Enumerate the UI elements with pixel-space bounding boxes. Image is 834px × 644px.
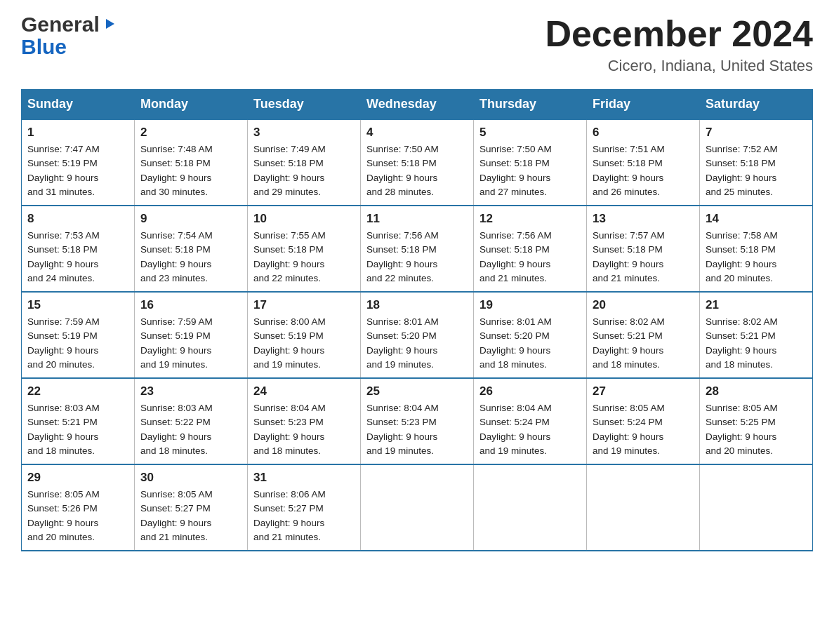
header-cell-tuesday: Tuesday xyxy=(248,90,361,120)
week-row-5: 29Sunrise: 8:05 AMSunset: 5:26 PMDayligh… xyxy=(22,464,813,551)
day-info: Sunrise: 8:00 AMSunset: 5:19 PMDaylight:… xyxy=(253,315,355,372)
day-info: Sunrise: 7:53 AMSunset: 5:18 PMDaylight:… xyxy=(27,229,128,286)
day-cell: 23Sunrise: 8:03 AMSunset: 5:22 PMDayligh… xyxy=(135,378,248,464)
day-number: 12 xyxy=(479,212,581,226)
day-number: 21 xyxy=(706,298,807,312)
header-cell-wednesday: Wednesday xyxy=(361,90,474,120)
day-cell: 9Sunrise: 7:54 AMSunset: 5:18 PMDaylight… xyxy=(135,206,248,292)
day-info: Sunrise: 7:52 AMSunset: 5:18 PMDaylight:… xyxy=(706,142,807,199)
day-number: 14 xyxy=(706,212,807,226)
day-info: Sunrise: 8:03 AMSunset: 5:21 PMDaylight:… xyxy=(27,401,128,458)
day-number: 7 xyxy=(706,126,807,140)
day-number: 26 xyxy=(479,384,581,398)
day-cell xyxy=(361,464,474,551)
logo: General Blue xyxy=(21,14,117,59)
logo-arrow-icon xyxy=(102,16,117,34)
day-number: 29 xyxy=(27,471,128,485)
day-cell: 30Sunrise: 8:05 AMSunset: 5:27 PMDayligh… xyxy=(135,464,248,551)
day-cell: 11Sunrise: 7:56 AMSunset: 5:18 PMDayligh… xyxy=(361,206,474,292)
day-info: Sunrise: 7:56 AMSunset: 5:18 PMDaylight:… xyxy=(479,229,581,286)
month-title: December 2024 xyxy=(545,14,813,54)
day-number: 25 xyxy=(366,384,468,398)
day-info: Sunrise: 8:01 AMSunset: 5:20 PMDaylight:… xyxy=(479,315,581,372)
header-cell-saturday: Saturday xyxy=(700,90,813,120)
day-cell: 27Sunrise: 8:05 AMSunset: 5:24 PMDayligh… xyxy=(587,378,700,464)
day-cell: 1Sunrise: 7:47 AMSunset: 5:19 PMDaylight… xyxy=(22,119,135,206)
day-info: Sunrise: 8:03 AMSunset: 5:22 PMDaylight:… xyxy=(140,401,241,458)
day-info: Sunrise: 8:04 AMSunset: 5:23 PMDaylight:… xyxy=(366,401,468,458)
location-text: Cicero, Indiana, United States xyxy=(545,57,813,75)
day-number: 23 xyxy=(140,384,241,398)
day-number: 28 xyxy=(706,384,807,398)
day-info: Sunrise: 8:05 AMSunset: 5:25 PMDaylight:… xyxy=(706,401,807,458)
day-info: Sunrise: 7:51 AMSunset: 5:18 PMDaylight:… xyxy=(593,142,694,199)
day-info: Sunrise: 7:55 AMSunset: 5:18 PMDaylight:… xyxy=(253,229,355,286)
day-number: 9 xyxy=(140,212,241,226)
day-number: 6 xyxy=(593,126,694,140)
day-info: Sunrise: 8:06 AMSunset: 5:27 PMDaylight:… xyxy=(253,488,355,544)
header-cell-monday: Monday xyxy=(135,90,248,120)
day-cell: 29Sunrise: 8:05 AMSunset: 5:26 PMDayligh… xyxy=(22,464,135,551)
day-cell: 19Sunrise: 8:01 AMSunset: 5:20 PMDayligh… xyxy=(474,292,587,378)
day-number: 16 xyxy=(140,298,241,312)
day-cell: 25Sunrise: 8:04 AMSunset: 5:23 PMDayligh… xyxy=(361,378,474,464)
day-cell: 20Sunrise: 8:02 AMSunset: 5:21 PMDayligh… xyxy=(587,292,700,378)
day-info: Sunrise: 7:50 AMSunset: 5:18 PMDaylight:… xyxy=(366,142,468,199)
day-info: Sunrise: 8:05 AMSunset: 5:26 PMDaylight:… xyxy=(27,488,128,544)
day-info: Sunrise: 7:56 AMSunset: 5:18 PMDaylight:… xyxy=(366,229,468,286)
header-cell-sunday: Sunday xyxy=(22,90,135,120)
page-header: General Blue December 2024 Cicero, India… xyxy=(21,14,813,75)
day-number: 27 xyxy=(593,384,694,398)
day-cell: 2Sunrise: 7:48 AMSunset: 5:18 PMDaylight… xyxy=(135,119,248,206)
day-info: Sunrise: 7:57 AMSunset: 5:18 PMDaylight:… xyxy=(593,229,694,286)
day-info: Sunrise: 7:48 AMSunset: 5:18 PMDaylight:… xyxy=(140,142,241,199)
day-cell: 26Sunrise: 8:04 AMSunset: 5:24 PMDayligh… xyxy=(474,378,587,464)
week-row-2: 8Sunrise: 7:53 AMSunset: 5:18 PMDaylight… xyxy=(22,206,813,292)
day-cell: 8Sunrise: 7:53 AMSunset: 5:18 PMDaylight… xyxy=(22,206,135,292)
header-cell-thursday: Thursday xyxy=(474,90,587,120)
day-cell: 4Sunrise: 7:50 AMSunset: 5:18 PMDaylight… xyxy=(361,119,474,206)
day-number: 1 xyxy=(27,126,128,140)
svg-marker-0 xyxy=(106,19,114,29)
day-cell: 21Sunrise: 8:02 AMSunset: 5:21 PMDayligh… xyxy=(700,292,813,378)
day-cell: 7Sunrise: 7:52 AMSunset: 5:18 PMDaylight… xyxy=(700,119,813,206)
day-cell: 14Sunrise: 7:58 AMSunset: 5:18 PMDayligh… xyxy=(700,206,813,292)
day-info: Sunrise: 8:04 AMSunset: 5:24 PMDaylight:… xyxy=(479,401,581,458)
day-number: 13 xyxy=(593,212,694,226)
day-cell: 15Sunrise: 7:59 AMSunset: 5:19 PMDayligh… xyxy=(22,292,135,378)
day-info: Sunrise: 7:59 AMSunset: 5:19 PMDaylight:… xyxy=(27,315,128,372)
day-info: Sunrise: 8:02 AMSunset: 5:21 PMDaylight:… xyxy=(593,315,694,372)
day-number: 30 xyxy=(140,471,241,485)
day-cell: 24Sunrise: 8:04 AMSunset: 5:23 PMDayligh… xyxy=(248,378,361,464)
day-cell: 31Sunrise: 8:06 AMSunset: 5:27 PMDayligh… xyxy=(248,464,361,551)
day-number: 10 xyxy=(253,212,355,226)
day-number: 3 xyxy=(253,126,355,140)
day-info: Sunrise: 8:02 AMSunset: 5:21 PMDaylight:… xyxy=(706,315,807,372)
day-cell: 10Sunrise: 7:55 AMSunset: 5:18 PMDayligh… xyxy=(248,206,361,292)
header-row: SundayMondayTuesdayWednesdayThursdayFrid… xyxy=(22,90,813,120)
day-number: 8 xyxy=(27,212,128,226)
logo-blue-text: Blue xyxy=(21,35,67,58)
day-number: 18 xyxy=(366,298,468,312)
header-cell-friday: Friday xyxy=(587,90,700,120)
day-cell: 18Sunrise: 8:01 AMSunset: 5:20 PMDayligh… xyxy=(361,292,474,378)
day-number: 20 xyxy=(593,298,694,312)
calendar-table: SundayMondayTuesdayWednesdayThursdayFrid… xyxy=(21,89,813,551)
day-cell xyxy=(700,464,813,551)
day-info: Sunrise: 8:04 AMSunset: 5:23 PMDaylight:… xyxy=(253,401,355,458)
day-info: Sunrise: 7:50 AMSunset: 5:18 PMDaylight:… xyxy=(479,142,581,199)
day-cell xyxy=(587,464,700,551)
day-info: Sunrise: 7:47 AMSunset: 5:19 PMDaylight:… xyxy=(27,142,128,199)
day-number: 22 xyxy=(27,384,128,398)
day-cell: 17Sunrise: 8:00 AMSunset: 5:19 PMDayligh… xyxy=(248,292,361,378)
week-row-1: 1Sunrise: 7:47 AMSunset: 5:19 PMDaylight… xyxy=(22,119,813,206)
day-cell xyxy=(474,464,587,551)
day-number: 4 xyxy=(366,126,468,140)
title-block: December 2024 Cicero, Indiana, United St… xyxy=(545,14,813,75)
day-info: Sunrise: 8:05 AMSunset: 5:24 PMDaylight:… xyxy=(593,401,694,458)
day-number: 17 xyxy=(253,298,355,312)
day-cell: 5Sunrise: 7:50 AMSunset: 5:18 PMDaylight… xyxy=(474,119,587,206)
day-info: Sunrise: 7:59 AMSunset: 5:19 PMDaylight:… xyxy=(140,315,241,372)
day-cell: 13Sunrise: 7:57 AMSunset: 5:18 PMDayligh… xyxy=(587,206,700,292)
day-info: Sunrise: 7:54 AMSunset: 5:18 PMDaylight:… xyxy=(140,229,241,286)
